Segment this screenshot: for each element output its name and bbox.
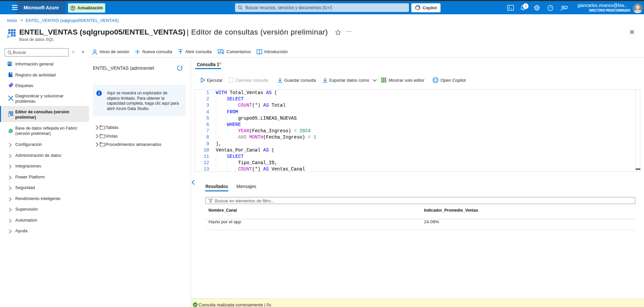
svg-text:?: ? (549, 6, 551, 10)
svg-text:SQL: SQL (8, 63, 12, 65)
